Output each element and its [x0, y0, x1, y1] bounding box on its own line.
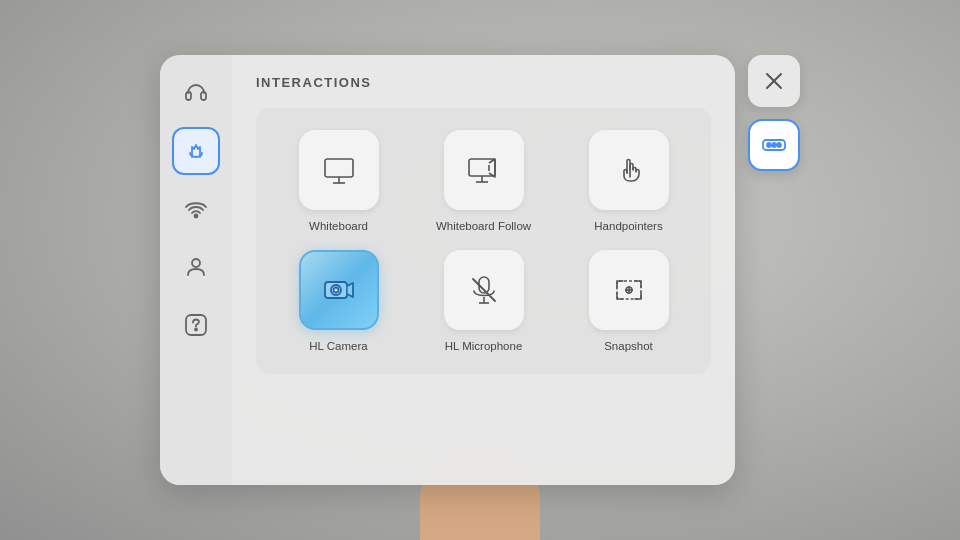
sidebar-item-headset[interactable]	[172, 69, 220, 117]
snapshot-label: Snapshot	[604, 340, 653, 352]
handpointers-icon-box	[589, 130, 669, 210]
svg-point-28	[772, 143, 776, 147]
whiteboard-follow-icon-box	[444, 130, 524, 210]
hl-microphone-icon-box	[444, 250, 524, 330]
sidebar-item-help[interactable]	[172, 301, 220, 349]
hl-camera-icon-box	[299, 250, 379, 330]
snapshot-icon-box	[589, 250, 669, 330]
close-button[interactable]	[748, 55, 800, 107]
sidebar-item-interactions[interactable]	[172, 127, 220, 175]
sidebar-item-network[interactable]	[172, 185, 220, 233]
section-title: INTERACTIONS	[256, 75, 711, 90]
whiteboard-icon-box	[299, 130, 379, 210]
main-panel: INTERACTIONS Whiteboard	[160, 55, 735, 485]
svg-point-3	[192, 259, 200, 267]
whiteboard-label: Whiteboard	[309, 220, 368, 232]
grid-item-hl-camera[interactable]: HL Camera	[272, 250, 405, 352]
svg-point-27	[767, 143, 771, 147]
grid-item-whiteboard[interactable]: Whiteboard	[272, 130, 405, 232]
content-area: INTERACTIONS Whiteboard	[232, 55, 735, 485]
right-buttons	[748, 55, 800, 171]
svg-point-15	[333, 288, 338, 293]
grid-item-snapshot[interactable]: Snapshot	[562, 250, 695, 352]
handpointers-label: Handpointers	[594, 220, 662, 232]
hl-camera-label: HL Camera	[309, 340, 367, 352]
sidebar-item-user[interactable]	[172, 243, 220, 291]
svg-point-2	[195, 215, 198, 218]
sidebar	[160, 55, 232, 485]
whiteboard-follow-label: Whiteboard Follow	[436, 220, 531, 232]
interactions-active-button[interactable]	[748, 119, 800, 171]
interactions-grid: Whiteboard Whiteboard Follow	[256, 108, 711, 374]
grid-item-handpointers[interactable]: Handpointers	[562, 130, 695, 232]
svg-point-5	[195, 329, 197, 331]
grid-item-whiteboard-follow[interactable]: Whiteboard Follow	[417, 130, 550, 232]
grid-item-hl-microphone[interactable]: HL Microphone	[417, 250, 550, 352]
svg-point-29	[777, 143, 781, 147]
svg-rect-6	[325, 159, 353, 177]
hl-microphone-label: HL Microphone	[445, 340, 523, 352]
